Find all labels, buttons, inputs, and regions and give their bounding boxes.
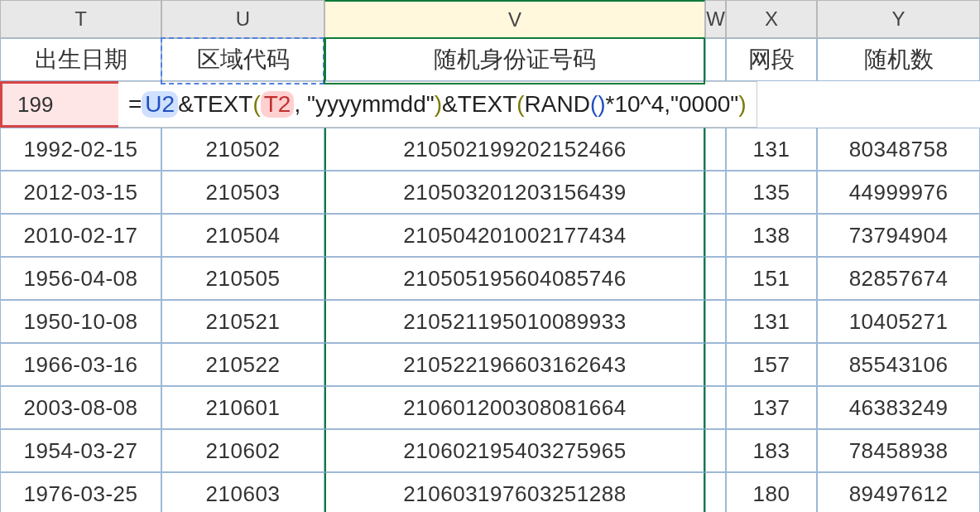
formula-fmt1: , "yyyymmdd" — [294, 91, 434, 118]
cell-W-8[interactable] — [705, 472, 726, 512]
cell-U-1[interactable]: 210503 — [161, 171, 324, 214]
cell-Y-8[interactable]: 89497612 — [817, 472, 980, 512]
cell-Y-5[interactable]: 85543106 — [817, 343, 980, 386]
cell-U-0[interactable]: 210502 — [161, 128, 324, 171]
formula-bar-inline[interactable]: = U2 & TEXT ( T2 , "yyyymmdd" ) & TEXT (… — [118, 81, 757, 128]
cell-X-5[interactable]: 157 — [726, 343, 817, 386]
cell-Y-2[interactable]: 73794904 — [817, 214, 980, 257]
cell-V-5[interactable]: 210522196603162643 — [324, 343, 705, 386]
cell-V-7[interactable]: 210602195403275965 — [324, 429, 705, 472]
cell-Y-0[interactable]: 80348758 — [817, 128, 980, 171]
cell-V-2[interactable]: 210504201002177434 — [324, 214, 705, 257]
formula-ref-U2: U2 — [142, 91, 178, 118]
cell-V-8[interactable]: 210603197603251288 — [324, 472, 705, 512]
cell-U-5[interactable]: 210522 — [161, 343, 324, 386]
cell-U-3[interactable]: 210505 — [161, 257, 324, 300]
header-U[interactable]: 区域代码 — [161, 38, 324, 81]
cell-W-0[interactable] — [705, 128, 726, 171]
header-V[interactable]: 随机身份证号码 — [324, 38, 705, 81]
cell-T-1[interactable]: 2012-03-15 — [0, 171, 161, 214]
cell-T-4[interactable]: 1950-10-08 — [0, 300, 161, 343]
cell-X-4[interactable]: 131 — [726, 300, 817, 343]
cell-T-5[interactable]: 1966-03-16 — [0, 343, 161, 386]
formula-ref-T2: T2 — [261, 91, 295, 118]
spreadsheet-grid: T U V W X Y 出生日期 区域代码 随机身份证号码 网段 随机数 — [0, 0, 980, 81]
cell-V-6[interactable]: 210601200308081664 — [324, 386, 705, 429]
cell-T-2[interactable]: 2010-02-17 — [0, 214, 161, 257]
cell-U-7[interactable]: 210602 — [161, 429, 324, 472]
cell-V-1[interactable]: 210503201203156439 — [324, 171, 705, 214]
data-rows: 1992-02-15210502210502199202152466131803… — [0, 128, 980, 512]
formula-fn-text2: TEXT — [458, 91, 517, 118]
header-X[interactable]: 网段 — [726, 38, 817, 81]
cell-Y-1[interactable]: 44999976 — [817, 171, 980, 214]
formula-amp2: & — [442, 91, 458, 118]
formula-fn-rand: RAND — [525, 91, 590, 118]
formula-tail: *10^4,"0000" — [606, 91, 739, 118]
cell-W-5[interactable] — [705, 343, 726, 386]
cell-W-4[interactable] — [705, 300, 726, 343]
cell-W-2[interactable] — [705, 214, 726, 257]
cell-Y-4[interactable]: 10405271 — [817, 300, 980, 343]
cell-Y-7[interactable]: 78458938 — [817, 429, 980, 472]
cell-T-3[interactable]: 1956-04-08 — [0, 257, 161, 300]
cell-W1[interactable] — [705, 38, 726, 81]
cell-Y-3[interactable]: 82857674 — [817, 257, 980, 300]
formula-open3: ( — [590, 91, 598, 118]
header-Y[interactable]: 随机数 — [817, 38, 980, 81]
col-header-W[interactable]: W — [705, 0, 726, 38]
formula-close3: ) — [598, 91, 605, 118]
formula-open2: ( — [516, 91, 524, 118]
cell-U-4[interactable]: 210521 — [161, 300, 324, 343]
cell-T-6[interactable]: 2003-08-08 — [0, 386, 161, 429]
formula-open1: ( — [252, 91, 260, 118]
cell-X-6[interactable]: 137 — [726, 386, 817, 429]
cell-X-3[interactable]: 151 — [726, 257, 817, 300]
cell-X-2[interactable]: 138 — [726, 214, 817, 257]
cell-W-6[interactable] — [705, 386, 726, 429]
cell-W-7[interactable] — [705, 429, 726, 472]
col-header-T[interactable]: T — [0, 0, 161, 38]
cell-W-1[interactable] — [705, 171, 726, 214]
formula-amp1: & — [178, 91, 194, 118]
col-header-U[interactable]: U — [161, 0, 324, 38]
spreadsheet-container: T U V W X Y 出生日期 区域代码 随机身份证号码 网段 随机数 199… — [0, 0, 980, 512]
cell-V-4[interactable]: 210521195010089933 — [324, 300, 705, 343]
col-header-X[interactable]: X — [726, 0, 817, 38]
cell-T2-partial-value: 199 — [17, 92, 53, 118]
cell-T-0[interactable]: 1992-02-15 — [0, 128, 161, 171]
col-header-Y[interactable]: Y — [817, 0, 980, 38]
cell-U-2[interactable]: 210504 — [161, 214, 324, 257]
header-T[interactable]: 出生日期 — [0, 38, 161, 81]
cell-X-8[interactable]: 180 — [726, 472, 817, 512]
cell-X-0[interactable]: 131 — [726, 128, 817, 171]
cell-X-7[interactable]: 183 — [726, 429, 817, 472]
formula-fn-text1: TEXT — [194, 91, 253, 118]
cell-W-3[interactable] — [705, 257, 726, 300]
formula-close1: ) — [435, 91, 442, 118]
cell-U-8[interactable]: 210603 — [161, 472, 324, 512]
formula-close2: ) — [738, 91, 746, 118]
formula-edit-row: 199 = U2 & TEXT ( T2 , "yyyymmdd" ) & TE… — [0, 81, 980, 128]
cell-T-7[interactable]: 1954-03-27 — [0, 429, 161, 472]
cell-V-0[interactable]: 210502199202152466 — [324, 128, 705, 171]
cell-X-1[interactable]: 135 — [726, 171, 817, 214]
cell-V-3[interactable]: 210505195604085746 — [324, 257, 705, 300]
col-header-V[interactable]: V — [324, 0, 705, 38]
cell-U-6[interactable]: 210601 — [161, 386, 324, 429]
formula-prefix: = — [128, 91, 142, 118]
cell-Y-6[interactable]: 46383249 — [817, 386, 980, 429]
cell-T-8[interactable]: 1976-03-25 — [0, 472, 161, 512]
